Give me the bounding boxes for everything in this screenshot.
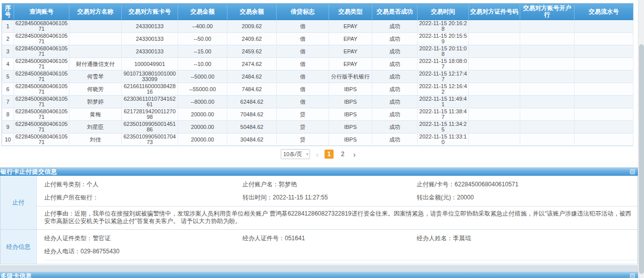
table-row[interactable]: 46228450068040610571财付通微信支付1000049901--1… bbox=[2, 58, 633, 71]
table-row[interactable]: 76228450068040610571郭梦婷62303611010734162… bbox=[2, 96, 633, 108]
table-row[interactable]: 26228450068040610571243300133--50.002409… bbox=[2, 33, 633, 45]
table-cell bbox=[575, 45, 633, 58]
table-row[interactable]: 16228450068040610571243300133--400.00200… bbox=[2, 20, 633, 33]
zhifu-row: 止付 止付账号类别：个人 止付账户名：郭梦艳 止付账/卡号：6228450068… bbox=[1, 176, 637, 230]
column-header: 查询账号 bbox=[14, 4, 69, 20]
table-cell bbox=[469, 108, 520, 121]
table-cell: 6228450068040610571 bbox=[14, 108, 69, 121]
table-row[interactable]: 86228450068040610571黄梅621728194200112709… bbox=[2, 108, 633, 121]
agent-fields: 经办人证件类型：警官证 经办人证件号：051641 经办人姓名：李晨琨 经办人电… bbox=[37, 230, 637, 260]
table-cell bbox=[575, 83, 633, 96]
scrollbar-thumb[interactable] bbox=[639, 44, 644, 274]
collapse-icon[interactable] bbox=[630, 273, 635, 278]
stop-card-number: 止付账/卡号：6228450068040610571 bbox=[409, 178, 637, 191]
table-cell: 3 bbox=[2, 45, 14, 58]
table-cell: 6216611600003842816 bbox=[122, 83, 178, 96]
table-cell bbox=[575, 58, 633, 71]
table-cell bbox=[469, 133, 520, 146]
prev-page-icon[interactable]: ‹ bbox=[314, 151, 320, 158]
table-cell: 刘星臣 bbox=[69, 121, 122, 133]
table-cell bbox=[469, 45, 520, 58]
table-cell: 成功 bbox=[372, 71, 418, 83]
table-cell: 黄梅 bbox=[69, 108, 122, 121]
table-cell: 郭梦婷 bbox=[69, 96, 122, 108]
table-cell bbox=[69, 45, 122, 58]
main-content: 序号查询账号交易对方名称交易对方账卡号交易金额交易余额借贷标志交易类型交易是否成… bbox=[0, 0, 638, 278]
agent-info-label: 经办信息 bbox=[1, 230, 37, 264]
collapse-icon[interactable] bbox=[630, 169, 635, 174]
stop-account-type: 止付账号类别：个人 bbox=[37, 178, 235, 191]
table-cell bbox=[520, 108, 575, 121]
table-cell: IBPS bbox=[329, 121, 372, 133]
table-cell: 5 bbox=[2, 71, 14, 83]
table-cell: 贷 bbox=[277, 108, 329, 121]
table-cell: 2022-11-15 18:08:07 bbox=[418, 58, 469, 71]
table-cell bbox=[69, 20, 122, 33]
table-cell: 6228450068040610571 bbox=[14, 45, 69, 58]
stop-account-bank: 止付账户所在银行： bbox=[37, 191, 235, 204]
table-row[interactable]: 106228450068040610571刘佳62350109905001704… bbox=[2, 133, 633, 146]
table-cell bbox=[469, 58, 520, 71]
table-cell: 2022-11-15 20:11:08 bbox=[418, 45, 469, 58]
transfer-out-amount: 转出金额(元)：20000 bbox=[409, 191, 637, 204]
agent-phone: 经办人电话：029-86755430 bbox=[37, 245, 235, 258]
table-cell: 30484.62 bbox=[227, 133, 277, 146]
zhifu-content: 止付账号类别：个人 止付账户名：郭梦艳 止付账/卡号：6228450068040… bbox=[37, 176, 637, 229]
column-header: 交易对方账号开户行 bbox=[520, 4, 575, 20]
table-cell: 6235010990500170473 bbox=[122, 133, 178, 146]
column-header: 交易金额 bbox=[178, 4, 227, 20]
table-row[interactable]: 96228450068040610571刘星臣62350109905001451… bbox=[2, 121, 633, 133]
table-row[interactable]: 66228450068040610571何晓芳62166116000038428… bbox=[2, 83, 633, 96]
table-cell: 243300133 bbox=[122, 45, 178, 58]
agent-id-type: 经办人证件类型：警官证 bbox=[37, 232, 235, 245]
table-cell bbox=[469, 121, 520, 133]
page-number-1[interactable]: 1 bbox=[325, 150, 334, 159]
table-cell: 2022-11-15 20:16:28 bbox=[418, 20, 469, 33]
table-cell: 2474.62 bbox=[227, 58, 277, 71]
table-cell: 1000049901 bbox=[122, 58, 178, 71]
page-number-2[interactable]: 2 bbox=[338, 150, 347, 159]
table-cell: 7 bbox=[2, 96, 14, 108]
table-cell: 6217281942001127098 bbox=[122, 108, 178, 121]
table-cell: --400.00 bbox=[178, 20, 227, 33]
table-cell: 7484.62 bbox=[227, 83, 277, 96]
table-cell: 成功 bbox=[372, 20, 418, 33]
table-cell: 借 bbox=[277, 33, 329, 45]
table-cell: 何雪琴 bbox=[69, 71, 122, 83]
table-cell: 20000.00 bbox=[178, 133, 227, 146]
page-size-select[interactable]: 10条/页 ▾ bbox=[281, 149, 310, 159]
table-cell bbox=[520, 45, 575, 58]
table-cell: 50484.62 bbox=[227, 121, 277, 133]
table-cell: 借 bbox=[277, 58, 329, 71]
table-row[interactable]: 56228450068040610571何雪琴90107130801001000… bbox=[2, 71, 633, 83]
table-cell: 成功 bbox=[372, 58, 418, 71]
stop-payment-reason: 止付事由：近期，我单位在接报刘妮被骗警情中，发现涉案人员利用贵单位相关账户 曹鸿… bbox=[37, 206, 637, 229]
next-page-icon[interactable]: › bbox=[352, 151, 357, 158]
table-cell: EPAY bbox=[329, 58, 372, 71]
table-cell: --55000.00 bbox=[178, 83, 227, 96]
table-cell: IBPS bbox=[329, 83, 372, 96]
table-cell: 6228450068040610571 bbox=[14, 133, 69, 146]
table-cell bbox=[469, 83, 520, 96]
agent-name: 经办人姓名：李晨琨 bbox=[409, 232, 637, 245]
table-cell bbox=[575, 133, 633, 146]
vertical-scrollbar[interactable] bbox=[638, 0, 644, 278]
table-cell bbox=[520, 121, 575, 133]
table-cell: 6228450068040610571 bbox=[14, 20, 69, 33]
table-cell: --15.00 bbox=[178, 45, 227, 58]
table-row[interactable]: 36228450068040610571243300133--15.002459… bbox=[2, 45, 633, 58]
table-cell bbox=[520, 58, 575, 71]
transactions-header-row: 序号查询账号交易对方名称交易对方账卡号交易金额交易余额借贷标志交易类型交易是否成… bbox=[2, 4, 633, 20]
stop-payment-section-title: 银行卡止付提交信息 bbox=[1, 168, 57, 176]
zhifu-fields: 止付账号类别：个人 止付账户名：郭梦艳 止付账/卡号：6228450068040… bbox=[37, 176, 637, 206]
table-cell bbox=[469, 71, 520, 83]
table-cell: 243300133 bbox=[122, 20, 178, 33]
table-cell: --50.00 bbox=[178, 33, 227, 45]
column-header: 交易对方名称 bbox=[69, 4, 122, 20]
table-cell: 6228450068040610571 bbox=[14, 33, 69, 45]
table-cell: 1 bbox=[2, 20, 14, 33]
table-cell: 6230361101073416261 bbox=[122, 96, 178, 108]
table-cell bbox=[520, 133, 575, 146]
transfer-out-time: 转出时间：2022-11-15 11:27:55 bbox=[235, 191, 409, 204]
table-cell: 2009.62 bbox=[227, 20, 277, 33]
